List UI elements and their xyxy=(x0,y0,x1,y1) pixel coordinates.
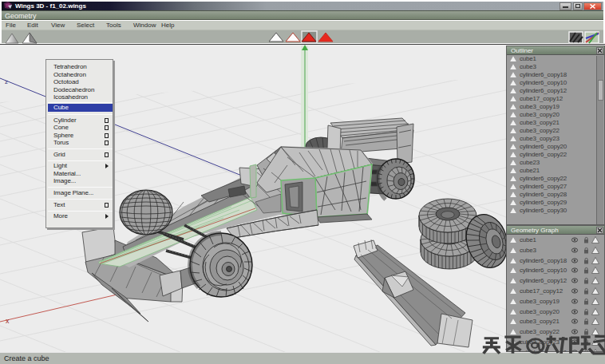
svg-text:x: x xyxy=(6,317,10,325)
svg-text:z: z xyxy=(5,78,8,85)
